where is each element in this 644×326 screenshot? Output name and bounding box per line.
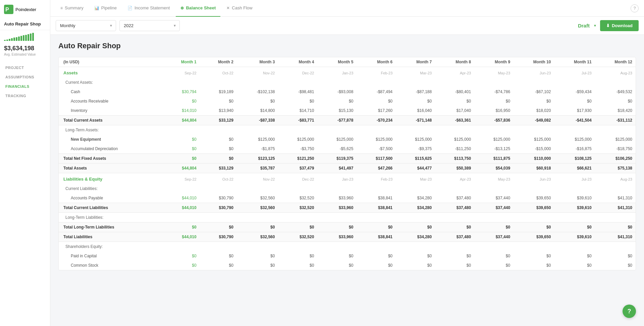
inv-m7: $16,040	[396, 106, 435, 116]
ap-m6: $38,841	[357, 193, 396, 203]
shareholders-equity-subsection: Shareholders Equity:	[59, 242, 636, 252]
liabilities-header-row: Liabilities & Equity Sep-22 Oct-22 Nov-2…	[59, 173, 636, 184]
ad-m1: $0	[163, 144, 200, 154]
le-date-2: Oct-22	[200, 173, 237, 184]
le-date-7: Mar-23	[396, 173, 435, 184]
col-month9: Month 9	[474, 57, 514, 67]
tl-m2: $30,790	[200, 232, 237, 242]
tltl-m9: $0	[474, 222, 514, 232]
pic-m7: $0	[396, 251, 435, 261]
tnfa-m2: $0	[200, 154, 237, 164]
tnfa-m9: $111,875	[474, 154, 514, 164]
tcl-m12: $41,310	[595, 203, 636, 213]
tab-pipeline[interactable]: 📊 Pipeline	[90, 0, 121, 17]
chart-bar	[4, 40, 6, 41]
tab-cash-flow[interactable]: ✕ Cash Flow	[222, 0, 257, 17]
period-select-wrapper: Monthly Quarterly Annual ▼	[56, 20, 116, 31]
ad-m9: -$13,125	[474, 144, 514, 154]
chart-bar	[32, 33, 34, 41]
sidebar-item-project[interactable]: PROJECT	[0, 63, 50, 72]
pic-m4: $0	[278, 251, 317, 261]
tltl-m12: $0	[595, 222, 636, 232]
ad-m12: -$18,750	[595, 144, 636, 154]
ap-m12: $41,310	[595, 193, 636, 203]
tcl-label: Total Current Liabilities	[59, 203, 163, 213]
tca-m10: -$49,082	[514, 116, 554, 125]
sidebar: P Poindexter Auto Repair Shop $3,634,198…	[0, 0, 50, 326]
paid-in-capital-row: Paid in Capital $0 $0 $0 $0 $0 $0 $0 $0 …	[59, 251, 636, 261]
ta-m2: $33,129	[200, 164, 237, 173]
le-date-11: Jul-23	[554, 173, 595, 184]
status-select[interactable]: Draft Final	[578, 23, 597, 28]
sidebar-item-assumptions[interactable]: ASSUMPTIONS	[0, 72, 50, 82]
tltl-m11: $0	[554, 222, 595, 232]
tnfa-m8: $113,750	[435, 154, 474, 164]
ne-m5: $125,000	[317, 135, 357, 144]
lta-label: Long-Term Assets:	[59, 125, 636, 135]
ad-m6: -$7,500	[357, 144, 396, 154]
year-select[interactable]: 2021 2022 2023	[119, 20, 180, 31]
ta-m4: $37,479	[278, 164, 317, 173]
balance-sheet-table-container: (In USD) Month 1 Month 2 Month 3 Month 4…	[58, 57, 636, 270]
tab-summary[interactable]: ≡ Summary	[56, 0, 88, 17]
summary-icon: ≡	[60, 6, 63, 10]
period-select[interactable]: Monthly Quarterly Annual	[56, 20, 116, 31]
cash-label: Cash	[59, 87, 163, 96]
tltl-m2: $0	[200, 222, 237, 232]
cash-m3: -$102,138	[237, 87, 278, 96]
assets-date-4: Dec-22	[278, 67, 317, 78]
le-date-9: May-23	[474, 173, 514, 184]
tab-income-statement[interactable]: 📄 Income Statement	[123, 0, 175, 17]
logo-text: Poindexter	[15, 7, 36, 12]
sidebar-item-financials[interactable]: FINANCIALS	[0, 82, 50, 91]
tca-m11: -$41,504	[554, 116, 595, 125]
help-fab[interactable]: ?	[623, 305, 636, 318]
help-button[interactable]: ?	[631, 4, 639, 12]
tca-m6: -$70,234	[357, 116, 396, 125]
assets-date-8: Apr-23	[435, 67, 474, 78]
tca-m8: -$63,361	[435, 116, 474, 125]
ta-m12: $75,138	[595, 164, 636, 173]
total-liabilities-row: Total Liabilities $44,010 $30,790 $32,56…	[59, 232, 636, 242]
tl-m9: $37,440	[474, 232, 514, 242]
tca-m3: -$87,338	[237, 116, 278, 125]
le-date-4: Dec-22	[278, 173, 317, 184]
tltl-m8: $0	[435, 222, 474, 232]
chart	[0, 30, 50, 44]
tca-label: Total Current Assets	[59, 116, 163, 125]
chart-bar	[13, 38, 15, 41]
tcl-m7: $34,280	[396, 203, 435, 213]
ne-m6: $125,000	[357, 135, 396, 144]
total-long-term-liabilities-row: Total Long-Term Liabilities $0 $0 $0 $0 …	[59, 222, 636, 232]
col-month6: Month 6	[357, 57, 396, 67]
tl-label: Total Liabilities	[59, 232, 163, 242]
inv-m5: $15,130	[317, 106, 357, 116]
le-date-1: Sep-22	[163, 173, 200, 184]
cash-m7: -$87,188	[396, 87, 435, 96]
pic-m12: $0	[595, 251, 636, 261]
cs-m6: $0	[357, 261, 396, 270]
ar-m7: $0	[396, 96, 435, 106]
download-button[interactable]: ⬇ Download	[600, 20, 639, 31]
chart-bar	[11, 38, 13, 41]
pic-m6: $0	[357, 251, 396, 261]
tab-income-label: Income Statement	[135, 5, 170, 10]
cl-label: Current Liabilities:	[59, 184, 636, 193]
ap-m1: $44,010	[163, 193, 200, 203]
assets-date-1: Sep-22	[163, 67, 200, 78]
tl-m5: $33,960	[317, 232, 357, 242]
ap-m4: $32,520	[278, 193, 317, 203]
ta-m8: $50,389	[435, 164, 474, 173]
tca-m7: -$71,148	[396, 116, 435, 125]
tnfa-m1: $0	[163, 154, 200, 164]
inv-m4: $14,710	[278, 106, 317, 116]
chart-bar	[28, 34, 29, 41]
tab-balance-sheet[interactable]: ⊕ Balance Sheet	[176, 0, 220, 17]
assets-date-11: Jul-23	[554, 67, 595, 78]
total-current-assets-row: Total Current Assets $44,804 $33,129 -$8…	[59, 116, 636, 125]
ar-m4: $0	[278, 96, 317, 106]
ne-m1: $0	[163, 135, 200, 144]
ar-m8: $0	[435, 96, 474, 106]
sidebar-item-tracking[interactable]: TRACKING	[0, 91, 50, 101]
cash-m1: $30,794	[163, 87, 200, 96]
